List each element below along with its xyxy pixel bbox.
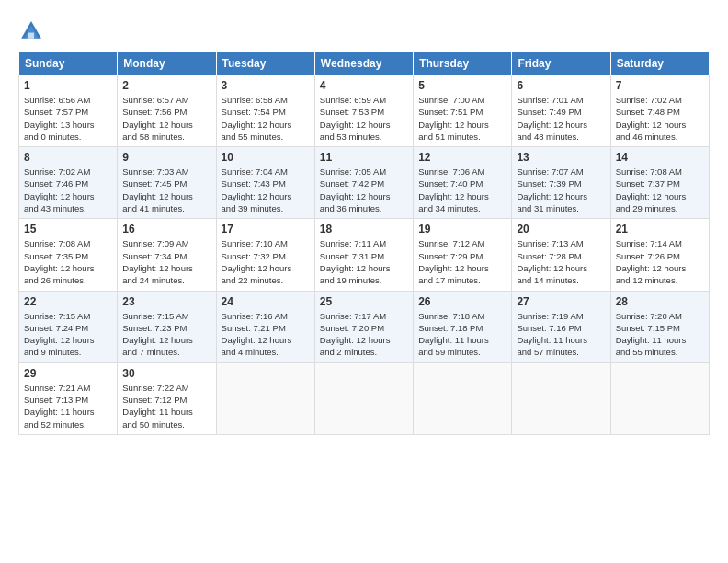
day-number: 8 bbox=[24, 151, 112, 164]
day-info: Sunrise: 7:15 AM Sunset: 7:23 PM Dayligh… bbox=[122, 310, 210, 359]
svg-rect-2 bbox=[28, 33, 34, 39]
day-number: 13 bbox=[517, 151, 605, 164]
calendar-cell: 2Sunrise: 6:57 AM Sunset: 7:56 PM Daylig… bbox=[118, 75, 216, 147]
calendar-table: SundayMondayTuesdayWednesdayThursdayFrid… bbox=[18, 52, 710, 435]
calendar-cell: 26Sunrise: 7:18 AM Sunset: 7:18 PM Dayli… bbox=[414, 291, 512, 362]
day-info: Sunrise: 7:13 AM Sunset: 7:28 PM Dayligh… bbox=[517, 237, 605, 286]
calendar-cell: 19Sunrise: 7:12 AM Sunset: 7:29 PM Dayli… bbox=[414, 219, 512, 291]
day-number: 7 bbox=[616, 79, 704, 92]
day-number: 2 bbox=[122, 79, 210, 92]
calendar-cell: 8Sunrise: 7:02 AM Sunset: 7:46 PM Daylig… bbox=[19, 147, 118, 219]
day-number: 22 bbox=[24, 295, 112, 308]
day-number: 29 bbox=[24, 367, 112, 380]
day-info: Sunrise: 7:21 AM Sunset: 7:13 PM Dayligh… bbox=[24, 382, 112, 431]
day-info: Sunrise: 7:08 AM Sunset: 7:37 PM Dayligh… bbox=[616, 166, 704, 214]
calendar-cell: 30Sunrise: 7:22 AM Sunset: 7:12 PM Dayli… bbox=[118, 362, 216, 434]
col-header-friday: Friday bbox=[512, 52, 610, 75]
calendar-cell: 23Sunrise: 7:15 AM Sunset: 7:23 PM Dayli… bbox=[118, 291, 216, 362]
calendar-week-row: 15Sunrise: 7:08 AM Sunset: 7:35 PM Dayli… bbox=[19, 219, 710, 291]
day-number: 28 bbox=[616, 295, 704, 308]
day-number: 30 bbox=[122, 367, 210, 380]
calendar-cell: 16Sunrise: 7:09 AM Sunset: 7:34 PM Dayli… bbox=[118, 219, 216, 291]
day-info: Sunrise: 7:11 AM Sunset: 7:31 PM Dayligh… bbox=[320, 237, 408, 286]
calendar-cell: 20Sunrise: 7:13 AM Sunset: 7:28 PM Dayli… bbox=[512, 219, 610, 291]
logo-icon bbox=[18, 18, 44, 44]
col-header-saturday: Saturday bbox=[610, 52, 709, 75]
calendar-cell: 29Sunrise: 7:21 AM Sunset: 7:13 PM Dayli… bbox=[19, 362, 118, 434]
day-info: Sunrise: 7:15 AM Sunset: 7:24 PM Dayligh… bbox=[24, 310, 112, 359]
calendar-cell: 17Sunrise: 7:10 AM Sunset: 7:32 PM Dayli… bbox=[216, 219, 314, 291]
day-info: Sunrise: 7:12 AM Sunset: 7:29 PM Dayligh… bbox=[418, 237, 506, 286]
calendar-cell bbox=[414, 362, 512, 434]
day-info: Sunrise: 7:18 AM Sunset: 7:18 PM Dayligh… bbox=[418, 310, 506, 359]
day-info: Sunrise: 6:57 AM Sunset: 7:56 PM Dayligh… bbox=[122, 94, 210, 143]
day-info: Sunrise: 6:59 AM Sunset: 7:53 PM Dayligh… bbox=[320, 94, 408, 143]
col-header-thursday: Thursday bbox=[414, 52, 512, 75]
calendar-cell bbox=[610, 362, 709, 434]
day-info: Sunrise: 7:02 AM Sunset: 7:46 PM Dayligh… bbox=[24, 166, 112, 214]
calendar-cell: 5Sunrise: 7:00 AM Sunset: 7:51 PM Daylig… bbox=[414, 75, 512, 147]
logo bbox=[18, 18, 46, 44]
calendar-cell: 18Sunrise: 7:11 AM Sunset: 7:31 PM Dayli… bbox=[314, 219, 413, 291]
calendar-week-row: 29Sunrise: 7:21 AM Sunset: 7:13 PM Dayli… bbox=[19, 362, 710, 434]
calendar-cell: 25Sunrise: 7:17 AM Sunset: 7:20 PM Dayli… bbox=[314, 291, 413, 362]
day-info: Sunrise: 7:07 AM Sunset: 7:39 PM Dayligh… bbox=[517, 166, 605, 214]
calendar-header-row: SundayMondayTuesdayWednesdayThursdayFrid… bbox=[19, 52, 710, 75]
day-number: 25 bbox=[320, 295, 408, 308]
calendar-cell: 4Sunrise: 6:59 AM Sunset: 7:53 PM Daylig… bbox=[314, 75, 413, 147]
calendar-cell bbox=[216, 362, 314, 434]
day-number: 18 bbox=[320, 223, 408, 236]
day-info: Sunrise: 7:09 AM Sunset: 7:34 PM Dayligh… bbox=[122, 237, 210, 286]
day-number: 4 bbox=[320, 79, 408, 92]
day-info: Sunrise: 6:56 AM Sunset: 7:57 PM Dayligh… bbox=[24, 94, 112, 143]
calendar-cell: 15Sunrise: 7:08 AM Sunset: 7:35 PM Dayli… bbox=[19, 219, 118, 291]
day-info: Sunrise: 7:16 AM Sunset: 7:21 PM Dayligh… bbox=[222, 310, 310, 359]
calendar-cell: 24Sunrise: 7:16 AM Sunset: 7:21 PM Dayli… bbox=[216, 291, 314, 362]
day-number: 3 bbox=[222, 79, 310, 92]
day-number: 23 bbox=[122, 295, 210, 308]
calendar-cell: 7Sunrise: 7:02 AM Sunset: 7:48 PM Daylig… bbox=[610, 75, 709, 147]
day-number: 19 bbox=[418, 223, 506, 236]
page-container: SundayMondayTuesdayWednesdayThursdayFrid… bbox=[0, 0, 728, 444]
col-header-monday: Monday bbox=[118, 52, 216, 75]
day-info: Sunrise: 7:04 AM Sunset: 7:43 PM Dayligh… bbox=[222, 166, 310, 214]
calendar-cell: 10Sunrise: 7:04 AM Sunset: 7:43 PM Dayli… bbox=[216, 147, 314, 219]
col-header-tuesday: Tuesday bbox=[216, 52, 314, 75]
day-number: 27 bbox=[517, 295, 605, 308]
day-info: Sunrise: 7:14 AM Sunset: 7:26 PM Dayligh… bbox=[616, 237, 704, 286]
day-info: Sunrise: 7:05 AM Sunset: 7:42 PM Dayligh… bbox=[320, 166, 408, 214]
calendar-cell: 27Sunrise: 7:19 AM Sunset: 7:16 PM Dayli… bbox=[512, 291, 610, 362]
day-info: Sunrise: 6:58 AM Sunset: 7:54 PM Dayligh… bbox=[222, 94, 310, 143]
calendar-cell: 12Sunrise: 7:06 AM Sunset: 7:40 PM Dayli… bbox=[414, 147, 512, 219]
day-number: 5 bbox=[418, 79, 506, 92]
day-number: 15 bbox=[24, 223, 112, 236]
calendar-cell: 13Sunrise: 7:07 AM Sunset: 7:39 PM Dayli… bbox=[512, 147, 610, 219]
calendar-cell: 6Sunrise: 7:01 AM Sunset: 7:49 PM Daylig… bbox=[512, 75, 610, 147]
day-info: Sunrise: 7:03 AM Sunset: 7:45 PM Dayligh… bbox=[122, 166, 210, 214]
day-number: 24 bbox=[222, 295, 310, 308]
day-number: 26 bbox=[418, 295, 506, 308]
day-number: 10 bbox=[222, 151, 310, 164]
day-info: Sunrise: 7:17 AM Sunset: 7:20 PM Dayligh… bbox=[320, 310, 408, 359]
day-info: Sunrise: 7:08 AM Sunset: 7:35 PM Dayligh… bbox=[24, 237, 112, 286]
day-info: Sunrise: 7:19 AM Sunset: 7:16 PM Dayligh… bbox=[517, 310, 605, 359]
calendar-cell: 28Sunrise: 7:20 AM Sunset: 7:15 PM Dayli… bbox=[610, 291, 709, 362]
col-header-sunday: Sunday bbox=[19, 52, 118, 75]
day-info: Sunrise: 7:01 AM Sunset: 7:49 PM Dayligh… bbox=[517, 94, 605, 143]
day-info: Sunrise: 7:20 AM Sunset: 7:15 PM Dayligh… bbox=[616, 310, 704, 359]
day-number: 1 bbox=[24, 79, 112, 92]
calendar-cell bbox=[314, 362, 413, 434]
calendar-cell bbox=[512, 362, 610, 434]
day-info: Sunrise: 7:06 AM Sunset: 7:40 PM Dayligh… bbox=[418, 166, 506, 214]
day-info: Sunrise: 7:00 AM Sunset: 7:51 PM Dayligh… bbox=[418, 94, 506, 143]
calendar-cell: 9Sunrise: 7:03 AM Sunset: 7:45 PM Daylig… bbox=[118, 147, 216, 219]
calendar-cell: 3Sunrise: 6:58 AM Sunset: 7:54 PM Daylig… bbox=[216, 75, 314, 147]
calendar-week-row: 1Sunrise: 6:56 AM Sunset: 7:57 PM Daylig… bbox=[19, 75, 710, 147]
day-info: Sunrise: 7:22 AM Sunset: 7:12 PM Dayligh… bbox=[122, 382, 210, 431]
day-number: 9 bbox=[122, 151, 210, 164]
calendar-cell: 21Sunrise: 7:14 AM Sunset: 7:26 PM Dayli… bbox=[610, 219, 709, 291]
day-number: 11 bbox=[320, 151, 408, 164]
day-number: 16 bbox=[122, 223, 210, 236]
calendar-cell: 11Sunrise: 7:05 AM Sunset: 7:42 PM Dayli… bbox=[314, 147, 413, 219]
calendar-week-row: 8Sunrise: 7:02 AM Sunset: 7:46 PM Daylig… bbox=[19, 147, 710, 219]
